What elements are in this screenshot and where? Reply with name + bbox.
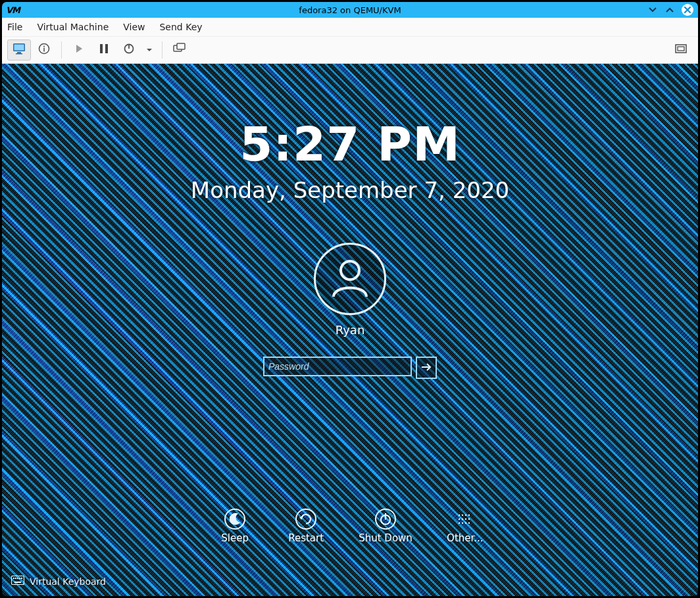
- virt-manager-logo: VM: [6, 5, 20, 15]
- sleep-button[interactable]: Sleep: [216, 508, 253, 544]
- titlebar[interactable]: VM fedora32 on QEMU/KVM: [2, 2, 698, 18]
- run-button[interactable]: [67, 39, 91, 61]
- username-label: Ryan: [336, 323, 365, 337]
- clock-date: Monday, September 7, 2020: [191, 177, 509, 203]
- shutdown-label: Shut Down: [359, 533, 413, 544]
- toolbar-separator: [61, 41, 62, 59]
- svg-point-19: [296, 509, 316, 529]
- svg-rect-7: [43, 48, 45, 52]
- minimize-icon[interactable]: [647, 4, 659, 16]
- restart-label: Restart: [288, 533, 324, 544]
- svg-rect-32: [14, 582, 21, 583]
- pause-button[interactable]: [92, 39, 116, 61]
- console-view-button[interactable]: [7, 39, 31, 61]
- restart-button[interactable]: Restart: [288, 508, 324, 544]
- sleep-label: Sleep: [221, 533, 249, 544]
- shutdown-button[interactable]: Shut Down: [359, 508, 413, 544]
- menu-virtual-machine[interactable]: Virtual Machine: [37, 22, 109, 32]
- fullscreen-icon: [674, 43, 688, 57]
- fullscreen-button[interactable]: [669, 39, 693, 61]
- snapshots-icon: [173, 43, 186, 57]
- power-menu-button[interactable]: [142, 39, 157, 61]
- details-view-button[interactable]: [32, 39, 56, 61]
- toolbar-separator: [162, 41, 162, 59]
- svg-rect-30: [19, 578, 20, 579]
- monitor-icon: [12, 43, 26, 57]
- svg-rect-28: [15, 578, 16, 579]
- info-icon: [38, 43, 50, 57]
- window-title: fedora32 on QEMU/KVM: [2, 5, 698, 15]
- toolbar: [2, 37, 698, 64]
- svg-rect-4: [16, 53, 22, 55]
- vm-window: VM fedora32 on QEMU/KVM File Virtual Mac…: [0, 0, 700, 598]
- svg-rect-9: [105, 44, 108, 53]
- svg-rect-29: [17, 578, 18, 579]
- user-block: Ryan: [314, 243, 386, 337]
- menu-view[interactable]: View: [123, 22, 145, 32]
- menubar: File Virtual Machine View Send Key: [2, 18, 698, 37]
- session-actions: Sleep Restart Shut Down: [2, 508, 698, 544]
- virtual-keyboard-toggle[interactable]: Virtual Keyboard: [11, 576, 106, 587]
- svg-point-16: [341, 261, 359, 280]
- svg-rect-13: [177, 43, 185, 49]
- lock-screen: 5:27 PM Monday, September 7, 2020 Ryan: [2, 64, 698, 596]
- svg-rect-26: [12, 576, 24, 585]
- svg-rect-2: [14, 45, 24, 51]
- svg-rect-27: [13, 578, 14, 579]
- moon-icon: [224, 508, 246, 530]
- virtual-keyboard-label: Virtual Keyboard: [30, 576, 106, 587]
- snapshots-button[interactable]: [168, 39, 191, 61]
- user-icon: [326, 253, 374, 305]
- menu-file[interactable]: File: [7, 22, 22, 32]
- other-sessions-button[interactable]: Other...: [447, 508, 484, 544]
- chevron-down-icon: [145, 44, 153, 57]
- power-off-icon: [374, 508, 397, 530]
- arrow-right-icon: [421, 362, 432, 374]
- password-input[interactable]: [263, 357, 412, 376]
- menu-send-key[interactable]: Send Key: [159, 22, 202, 32]
- play-icon: [74, 43, 84, 57]
- clock-time: 5:27 PM: [239, 116, 461, 172]
- svg-rect-8: [100, 44, 103, 53]
- svg-rect-3: [17, 52, 21, 53]
- power-button[interactable]: [117, 39, 141, 61]
- user-avatar: [314, 243, 386, 315]
- guest-display[interactable]: 5:27 PM Monday, September 7, 2020 Ryan: [2, 64, 698, 596]
- svg-point-6: [43, 45, 45, 47]
- svg-rect-15: [678, 47, 684, 51]
- keyboard-icon: [11, 576, 24, 587]
- login-button[interactable]: [416, 357, 437, 379]
- password-row: [263, 357, 437, 379]
- close-icon[interactable]: [681, 3, 694, 16]
- list-icon: [454, 508, 476, 530]
- svg-rect-31: [21, 578, 22, 579]
- maximize-icon[interactable]: [664, 4, 676, 16]
- power-icon: [123, 43, 135, 57]
- restart-icon: [295, 508, 317, 530]
- pause-icon: [99, 43, 109, 57]
- other-label: Other...: [447, 533, 484, 544]
